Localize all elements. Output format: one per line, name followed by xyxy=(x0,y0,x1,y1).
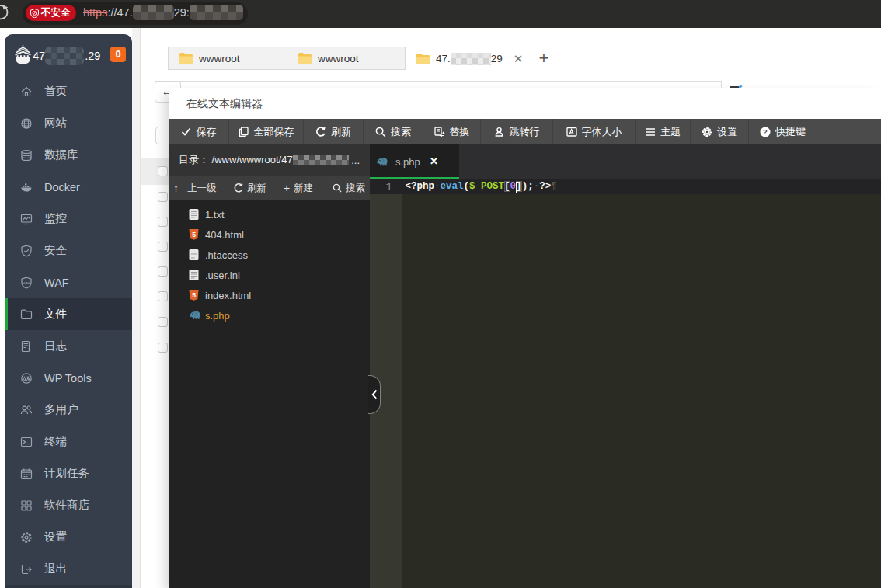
svg-text:?: ? xyxy=(763,127,768,136)
svg-text:5: 5 xyxy=(192,231,196,238)
svg-text:5: 5 xyxy=(192,291,196,299)
svg-text:WAF: WAF xyxy=(23,280,30,284)
